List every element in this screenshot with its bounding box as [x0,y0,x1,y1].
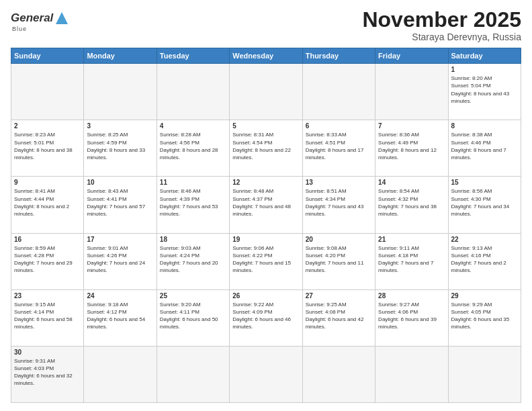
day-number: 19 [232,236,299,243]
day-number: 9 [14,179,81,186]
title-block: November 2025 Staraya Derevnya, Russia [362,8,521,42]
day-number: 10 [87,179,153,186]
calendar-table: Sunday Monday Tuesday Wednesday Thursday… [11,48,521,403]
col-sunday: Sunday [11,48,84,64]
day-info: Sunrise: 8:43 AMSunset: 4:41 PMDaylight:… [87,187,153,218]
calendar-cell: 29Sunrise: 9:29 AMSunset: 4:05 PMDayligh… [448,289,521,346]
calendar-week-3: 16Sunrise: 8:59 AMSunset: 4:28 PMDayligh… [11,233,521,289]
calendar-page: General Blue November 2025 Staraya Derev… [0,0,532,411]
day-number: 3 [87,122,153,130]
calendar-week-5: 30Sunrise: 9:31 AMSunset: 4:03 PMDayligh… [11,346,521,402]
calendar-cell [84,346,157,402]
day-number: 20 [306,236,372,243]
day-number: 6 [306,122,372,130]
calendar-cell: 8Sunrise: 8:38 AMSunset: 4:46 PMDaylight… [448,120,521,177]
calendar-cell: 23Sunrise: 9:15 AMSunset: 4:14 PMDayligh… [11,289,84,346]
calendar-cell: 22Sunrise: 9:13 AMSunset: 4:16 PMDayligh… [448,233,521,289]
day-number: 8 [451,122,518,130]
day-info: Sunrise: 9:01 AMSunset: 4:26 PMDaylight:… [87,244,153,275]
calendar-cell: 3Sunrise: 8:25 AMSunset: 4:59 PMDaylight… [84,120,157,177]
day-info: Sunrise: 9:13 AMSunset: 4:16 PMDaylight:… [451,244,518,275]
calendar-week-0: 1Sunrise: 8:20 AMSunset: 5:04 PMDaylight… [11,64,521,120]
logo: General Blue [11,11,69,32]
col-thursday: Thursday [302,48,375,64]
calendar-cell [302,346,375,402]
day-number: 22 [451,236,518,243]
calendar-title: November 2025 [362,8,521,32]
day-info: Sunrise: 9:27 AMSunset: 4:06 PMDaylight:… [378,301,445,331]
calendar-cell [230,64,302,120]
day-info: Sunrise: 9:31 AMSunset: 4:03 PMDaylight:… [14,357,81,387]
day-info: Sunrise: 8:25 AMSunset: 4:59 PMDaylight:… [87,131,153,161]
day-number: 7 [378,122,445,130]
calendar-cell: 25Sunrise: 9:20 AMSunset: 4:11 PMDayligh… [157,289,229,346]
day-number: 15 [451,179,518,186]
calendar-cell [84,64,157,120]
calendar-cell: 4Sunrise: 8:28 AMSunset: 4:56 PMDaylight… [157,120,229,177]
calendar-cell: 12Sunrise: 8:48 AMSunset: 4:37 PMDayligh… [230,177,302,233]
calendar-cell [230,346,302,402]
calendar-cell [448,346,521,402]
header: General Blue November 2025 Staraya Derev… [11,8,521,42]
day-info: Sunrise: 8:46 AMSunset: 4:39 PMDaylight:… [160,187,226,218]
day-number: 14 [378,179,445,186]
calendar-cell: 24Sunrise: 9:18 AMSunset: 4:12 PMDayligh… [84,289,157,346]
calendar-cell: 17Sunrise: 9:01 AMSunset: 4:26 PMDayligh… [84,233,157,289]
day-number: 29 [451,292,518,300]
calendar-cell: 16Sunrise: 8:59 AMSunset: 4:28 PMDayligh… [11,233,84,289]
day-info: Sunrise: 8:20 AMSunset: 5:04 PMDaylight:… [451,75,518,105]
day-number: 5 [232,122,299,130]
calendar-cell: 9Sunrise: 8:41 AMSunset: 4:44 PMDaylight… [11,177,84,233]
day-info: Sunrise: 9:29 AMSunset: 4:05 PMDaylight:… [451,301,518,331]
header-row: Sunday Monday Tuesday Wednesday Thursday… [11,48,521,64]
day-number: 2 [14,122,81,130]
calendar-cell: 19Sunrise: 9:06 AMSunset: 4:22 PMDayligh… [230,233,302,289]
calendar-cell: 7Sunrise: 8:36 AMSunset: 4:49 PMDaylight… [375,120,448,177]
day-info: Sunrise: 9:20 AMSunset: 4:11 PMDaylight:… [160,301,226,331]
calendar-week-2: 9Sunrise: 8:41 AMSunset: 4:44 PMDaylight… [11,177,521,233]
col-friday: Friday [375,48,448,64]
col-saturday: Saturday [448,48,521,64]
day-info: Sunrise: 8:51 AMSunset: 4:34 PMDaylight:… [306,187,372,218]
day-number: 13 [306,179,372,186]
calendar-cell: 13Sunrise: 8:51 AMSunset: 4:34 PMDayligh… [302,177,375,233]
col-monday: Monday [84,48,157,64]
calendar-cell [375,64,448,120]
calendar-week-4: 23Sunrise: 9:15 AMSunset: 4:14 PMDayligh… [11,289,521,346]
day-info: Sunrise: 9:15 AMSunset: 4:14 PMDaylight:… [14,301,81,331]
logo-blue-text: Blue [12,26,27,32]
calendar-week-1: 2Sunrise: 8:23 AMSunset: 5:01 PMDaylight… [11,120,521,177]
calendar-cell: 1Sunrise: 8:20 AMSunset: 5:04 PMDaylight… [448,64,521,120]
calendar-cell [375,346,448,402]
calendar-cell [157,64,229,120]
day-number: 18 [160,236,226,243]
day-info: Sunrise: 9:22 AMSunset: 4:09 PMDaylight:… [232,301,299,331]
calendar-cell: 26Sunrise: 9:22 AMSunset: 4:09 PMDayligh… [230,289,302,346]
calendar-cell: 10Sunrise: 8:43 AMSunset: 4:41 PMDayligh… [84,177,157,233]
day-info: Sunrise: 9:18 AMSunset: 4:12 PMDaylight:… [87,301,153,331]
day-number: 30 [14,349,81,356]
calendar-cell: 14Sunrise: 8:54 AMSunset: 4:32 PMDayligh… [375,177,448,233]
day-number: 26 [232,292,299,300]
day-number: 1 [451,66,518,73]
day-number: 4 [160,122,226,130]
day-number: 11 [160,179,226,186]
svg-marker-0 [56,12,68,24]
logo-text-general: General [11,11,53,25]
day-info: Sunrise: 8:54 AMSunset: 4:32 PMDaylight:… [378,187,445,218]
day-info: Sunrise: 8:23 AMSunset: 5:01 PMDaylight:… [14,131,81,161]
day-number: 25 [160,292,226,300]
calendar-cell: 21Sunrise: 9:11 AMSunset: 4:18 PMDayligh… [375,233,448,289]
day-info: Sunrise: 9:11 AMSunset: 4:18 PMDaylight:… [378,244,445,275]
day-info: Sunrise: 8:48 AMSunset: 4:37 PMDaylight:… [232,187,299,218]
calendar-cell [157,346,229,402]
day-info: Sunrise: 8:59 AMSunset: 4:28 PMDaylight:… [14,244,81,275]
day-info: Sunrise: 9:08 AMSunset: 4:20 PMDaylight:… [306,244,372,275]
calendar-cell [11,64,84,120]
calendar-location: Staraya Derevnya, Russia [362,32,521,42]
calendar-cell: 18Sunrise: 9:03 AMSunset: 4:24 PMDayligh… [157,233,229,289]
day-info: Sunrise: 8:38 AMSunset: 4:46 PMDaylight:… [451,131,518,161]
col-tuesday: Tuesday [157,48,229,64]
calendar-cell: 20Sunrise: 9:08 AMSunset: 4:20 PMDayligh… [302,233,375,289]
calendar-cell: 28Sunrise: 9:27 AMSunset: 4:06 PMDayligh… [375,289,448,346]
